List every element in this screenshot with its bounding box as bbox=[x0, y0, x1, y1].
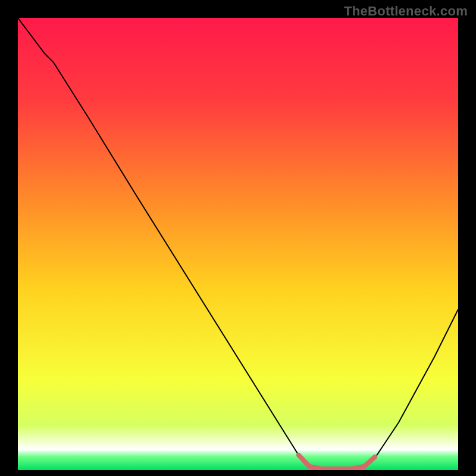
plot-background bbox=[18, 18, 458, 470]
attribution-label: TheBottleneck.com bbox=[344, 4, 468, 19]
chart-svg bbox=[18, 18, 458, 470]
chart-frame: TheBottleneck.com bbox=[0, 0, 476, 476]
